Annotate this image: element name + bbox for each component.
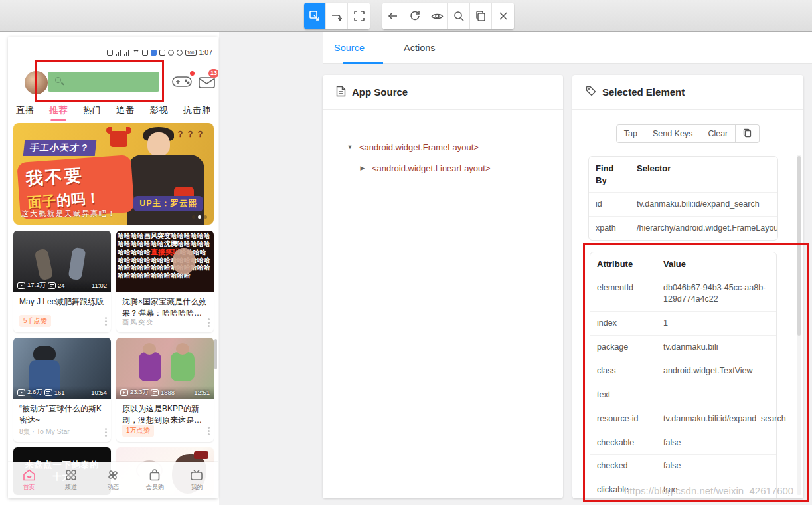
video-title: 原以为这是BKPP的新剧，没想到原来这是一部超超...: [116, 399, 214, 427]
messages-button[interactable]: 13: [198, 76, 216, 92]
hd-icon: [107, 50, 113, 56]
play-count-icon: [120, 389, 128, 396]
eye-icon: [431, 10, 444, 23]
inspector-tab-strip: Source Actions: [323, 32, 812, 64]
danmaku-count-icon: [151, 389, 159, 396]
more-options-icon[interactable]: [208, 322, 210, 324]
envelope-icon: [198, 80, 216, 92]
selected-element-title: Selected Element: [602, 86, 685, 98]
tree-node-linearlayout[interactable]: ▶ <android.widget.LinearLayout>: [323, 157, 563, 179]
find-by-value: id: [589, 193, 630, 216]
meme-face: [173, 248, 195, 274]
video-stats: 17.2万 24 11:02: [13, 279, 111, 292]
view-count: 17.2万: [27, 281, 46, 290]
tab-active-underline: [343, 62, 383, 64]
select-element-icon: [309, 10, 321, 22]
toggle-highlight-button[interactable]: [426, 3, 448, 29]
search-button[interactable]: [448, 3, 470, 29]
mode-tool-group: [304, 3, 370, 29]
more-options-icon[interactable]: [105, 431, 107, 433]
refresh-button[interactable]: [404, 3, 426, 29]
attribute-row: checked false: [590, 454, 776, 478]
comic-badge: [194, 451, 208, 459]
video-stats: 2.6万 161 10:54: [13, 386, 111, 399]
message-count: 13: [210, 70, 217, 76]
caret-expanded-icon[interactable]: ▼: [347, 144, 353, 150]
video-card[interactable]: 2.6万 161 10:54 “被动方”直球什么的斯K密达~ 8集 · To M…: [13, 338, 111, 442]
banner-badge-text: 手工小天才？: [23, 140, 97, 156]
view-count: 23.3万: [130, 388, 149, 397]
attribute-value: db046b67-94b3-45cc-aa8b-129d774a4c22: [657, 276, 776, 311]
tab-recommend[interactable]: 推荐: [49, 104, 68, 116]
attribute-row: text: [590, 383, 776, 407]
game-controller-icon: [171, 80, 193, 92]
game-center-button[interactable]: [171, 74, 193, 92]
nav-shop[interactable]: 会员购: [134, 462, 176, 498]
tab-source-label: Source: [334, 43, 365, 53]
send-keys-button[interactable]: Send Keys: [645, 124, 700, 143]
attribute-row: class android.widget.TextView: [590, 359, 776, 383]
tab-hot[interactable]: 热门: [83, 104, 102, 116]
video-card[interactable]: 哈哈哈哈画风突变哈哈哈哈哈哈哈哈哈哈哈哈哈沈腾哈哈哈哈哈哈哈哈哈哈直接笑吗哈哈哈…: [116, 231, 214, 332]
panel-scrollbar-thumb[interactable]: [797, 156, 801, 336]
close-icon: [498, 11, 509, 21]
nav-mine[interactable]: 我的: [176, 462, 218, 498]
locator-row-id[interactable]: id tv.danmaku.bili:id/expand_search: [589, 193, 777, 217]
copy-icon: [743, 128, 752, 140]
back-button[interactable]: [382, 3, 404, 29]
locator-table-header: Find By Selector: [589, 157, 777, 193]
attribute-row: elementId db046b67-94b3-45cc-aa8b-129d77…: [590, 276, 776, 312]
source-tree: ▼ <android.widget.FrameLayout> ▶ <androi…: [323, 110, 563, 179]
select-element-button[interactable]: [304, 3, 326, 29]
attribute-value: tv.danmaku.bili:id/expand_search: [657, 407, 793, 431]
video-card[interactable]: 17.2万 24 11:02 May J Lee减肥舞跟练版 5千点赞: [13, 231, 111, 332]
attribute-name: elementId: [590, 276, 657, 311]
nav-channels[interactable]: 频道: [50, 462, 92, 498]
video-tag: 画风突变: [122, 318, 154, 327]
more-options-icon[interactable]: [105, 320, 107, 322]
shopping-bag-icon: [147, 468, 162, 482]
bull-papercut-shape: [110, 131, 127, 147]
copy-attributes-button[interactable]: [736, 124, 760, 143]
attribute-value: false: [657, 431, 776, 454]
locator-row-xpath[interactable]: xpath /hierarchy/android.widget.FrameLay…: [589, 217, 777, 240]
more-options-icon[interactable]: [208, 430, 210, 432]
nav-moments[interactable]: 动态: [92, 462, 133, 498]
selector-value: tv.danmaku.bili:id/expand_search: [630, 193, 777, 216]
search-bar-highlighted[interactable]: [48, 72, 159, 92]
banner-carousel[interactable]: ？？？ 手工小天才？ 我不要 面子的吗！ UP主：罗云熙 这大概就是天赋异禀吧！: [13, 123, 214, 225]
caret-collapsed-icon[interactable]: ▶: [359, 165, 366, 171]
attribute-value: [657, 383, 776, 407]
screenshot-scrollbar-thumb[interactable]: [214, 339, 217, 369]
attribute-value: 1: [657, 312, 776, 335]
attribute-name: resource-id: [590, 407, 657, 431]
video-duration: 11:02: [92, 282, 107, 289]
tab-live[interactable]: 直播: [16, 104, 35, 116]
profile-avatar[interactable]: [25, 71, 48, 94]
nav-label: 首页: [23, 483, 35, 492]
nav-home[interactable]: 首页: [8, 462, 50, 498]
video-duration: 12:51: [194, 389, 210, 396]
phone-bottom-nav: 首页 频道 动态: [8, 462, 218, 498]
likes-badge: 1万点赞: [122, 425, 154, 437]
pinwheel-icon: [106, 468, 120, 482]
tab-actions[interactable]: Actions: [404, 32, 436, 64]
device-screenshot[interactable]: 100 1:07 13: [8, 37, 218, 498]
tab-movies[interactable]: 影视: [150, 104, 169, 116]
video-card[interactable]: 23.3万 1888 12:51 原以为这是BKPP的新剧，没想到原来这是一部超…: [116, 338, 214, 442]
screenshot-region-button[interactable]: [348, 3, 370, 29]
clear-button[interactable]: Clear: [700, 124, 736, 143]
alarm-icon: [168, 50, 174, 56]
tree-node-framelayout[interactable]: ▼ <android.widget.FrameLayout>: [323, 136, 563, 157]
copy-source-button[interactable]: [470, 3, 492, 29]
panel-scrollbar[interactable]: [797, 155, 801, 495]
tab-bangumi[interactable]: 追番: [116, 104, 135, 116]
tab-covid[interactable]: 抗击肺: [183, 104, 211, 116]
tap-button[interactable]: Tap: [616, 124, 645, 143]
nav-label: 频道: [65, 483, 77, 492]
category-tabs: 直播 推荐 热门 追番 影视 抗击肺: [16, 104, 211, 116]
swipe-button[interactable]: [326, 3, 348, 29]
app-source-header: App Source: [323, 75, 563, 110]
close-button[interactable]: [492, 3, 514, 29]
tab-source[interactable]: Source: [334, 32, 365, 64]
